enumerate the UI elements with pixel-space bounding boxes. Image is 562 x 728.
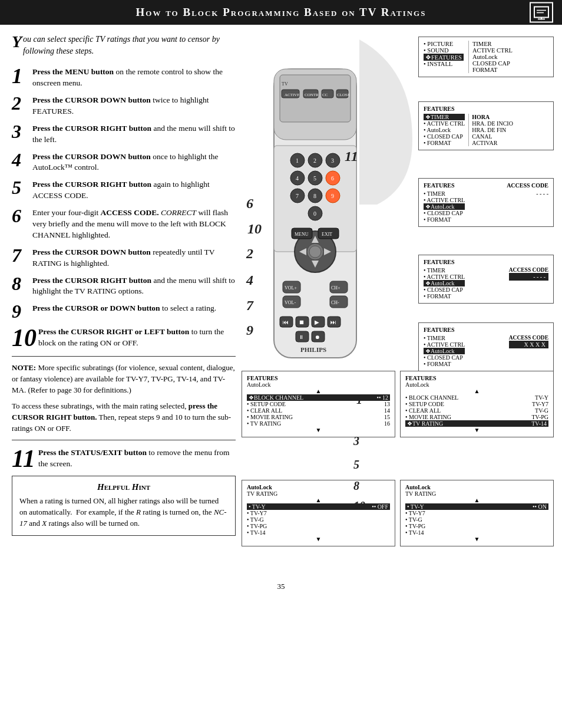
panel2-right-hora: HORA: [472, 114, 513, 120]
intro-initial: Y: [12, 34, 22, 50]
panel3-access-val: - - - -: [536, 190, 548, 197]
panel4-access-label: ACCESS CODE: [509, 267, 548, 273]
tvyon-title: AutoLock: [405, 484, 548, 490]
step-7: 7 Press the CURSOR DOWN button repeatedl…: [12, 246, 236, 269]
panel5-item3-highlighted: ❖AutoLock: [424, 348, 465, 354]
step-number-6: 6: [12, 206, 32, 225]
svg-text:8: 8: [313, 193, 316, 199]
panel4-right: ACCESS CODE - - - -: [509, 267, 548, 299]
svg-rect-7: [280, 75, 351, 122]
step-number-10: 10: [12, 325, 38, 350]
step-text-4: Press the CURSOR DOWN button once to hig…: [32, 150, 236, 174]
panel5-item1: • TIMER: [424, 335, 465, 341]
svg-text:CLOSE: CLOSE: [337, 93, 350, 97]
remote-graphic: TV ACTIVE CONTR CC CLOSE 1: [259, 63, 371, 372]
step-11: 11 Press the STATUS/EXIT button to remov…: [12, 446, 236, 471]
tvyoff-item2: • TV-Y7: [247, 510, 390, 516]
tvyon-item5: • TV-14: [405, 529, 548, 536]
step-text-1: Press the MENU button on the remote cont…: [32, 65, 236, 89]
svg-text:CONTR: CONTR: [305, 93, 319, 97]
bc-item1-highlighted: ❖BLOCK CHANNEL •• 12: [247, 394, 390, 401]
svg-text:▶: ▶: [315, 319, 319, 325]
svg-text:9: 9: [331, 193, 334, 199]
step-text-9: Press the CURSOR or DOWN button to selec…: [32, 302, 216, 314]
panel3-item5: • FORMAT: [424, 216, 465, 223]
panel4-item4: • CLOSED CAP: [424, 286, 465, 293]
step-overlay-4: 4: [246, 272, 253, 288]
step-overlay-5: 5: [353, 458, 359, 472]
tvr-item1-label: • BLOCK CHANNEL: [405, 394, 458, 401]
panel1-right4: CLOSED CAP: [472, 60, 513, 67]
svg-text:3: 3: [331, 157, 334, 164]
step-number-9: 9: [12, 302, 32, 321]
panel2-right1: HRA. DE INCIO: [472, 120, 513, 127]
tvyon-item2: • TV-Y7: [405, 510, 548, 516]
tvr-arrow-up: ▲: [405, 388, 548, 394]
tvr-item2-val: TV-Y7: [532, 401, 548, 407]
svg-text:CH-: CH-: [331, 300, 339, 305]
step-overlay-10b: 10: [353, 499, 365, 513]
tvr-subtitle: AutoLock: [405, 381, 548, 388]
divider-1: [12, 356, 236, 357]
panel5-access-label: ACCESS CODE: [509, 335, 548, 341]
step-overlay-2: 2: [246, 246, 253, 262]
panel3-item2: • ACTIVE CTRL: [424, 197, 465, 203]
panel-features-access3: FEATURES • TIMER • ACTIVE CTRL ❖AutoLock…: [418, 322, 554, 376]
tvyon-item1-highlighted: • TV-Y •• ON: [405, 503, 548, 510]
tvr-item1: • BLOCK CHANNEL TV-Y: [405, 394, 548, 401]
intro-body: ou can select specific TV ratings that y…: [23, 35, 220, 55]
step-number-11: 11: [12, 446, 38, 471]
left-column: You can select specific TV ratings that …: [12, 34, 236, 564]
svg-text:1: 1: [296, 157, 299, 164]
panel1-item3-highlighted: ❖FEATURES: [424, 54, 464, 61]
step-number-7: 7: [12, 246, 32, 265]
panel-3: FEATURES ACCESS CODE • TIMER • ACTIVE CT…: [418, 178, 554, 227]
bc-item2: • SETUP CODE 13: [247, 401, 390, 407]
panel2-item2: • ACTIVE CTRL: [424, 120, 465, 127]
step-overlay-6: 6: [246, 196, 253, 212]
panel3-access-label: ACCESS CODE: [507, 182, 548, 189]
tvyon-arrow-up: ▲: [405, 497, 548, 503]
bc-subtitle: AutoLock: [247, 381, 390, 388]
panel1-item2: • SOUND: [424, 47, 464, 54]
bc-item5-label: • TV RATING: [247, 420, 281, 427]
bc-arrow-down: ▼: [247, 427, 390, 433]
bc-item4: • MOVIE RATING 15: [247, 414, 390, 420]
panel1-item1: • PICTURE: [424, 41, 464, 47]
tvyoff-item5: • TV-14: [247, 529, 390, 536]
panel-2: FEATURES ❖TIMER • ACTIVE CTRL • AutoLock…: [418, 101, 554, 150]
tvyoff-item1-label: • TV-Y: [249, 503, 266, 510]
panel5-access-val: X X X X: [509, 341, 548, 348]
tvr-item4-label: • MOVIE RATING: [405, 414, 451, 420]
tvr-item5-label: ❖TV RATING: [407, 420, 443, 427]
tvr-item3-val: TV-G: [535, 407, 548, 414]
hint-text: When a rating is turned ON, all higher r…: [19, 496, 228, 529]
panel2-item4: • CLOSED CAP: [424, 133, 465, 140]
note-text-2: To access these subratings, with the mai…: [12, 401, 236, 434]
svg-text:CH+: CH+: [331, 285, 340, 291]
bc-item3: • CLEAR ALL 14: [247, 407, 390, 414]
panel5-right: ACCESS CODE X X X X: [509, 335, 548, 367]
page-number-text: 35: [277, 582, 285, 591]
svg-text:⏺: ⏺: [315, 334, 320, 340]
tvyon-item1-val: •• ON: [533, 503, 547, 510]
svg-text:PHILIPS: PHILIPS: [300, 346, 326, 353]
step-number-2: 2: [12, 94, 32, 113]
step-text-7: Press the CURSOR DOWN button repeatedly …: [32, 246, 236, 269]
tvyoff-arrow-down: ▼: [247, 536, 390, 542]
step-number-4: 4: [12, 150, 32, 169]
step-overlay-9: 9: [246, 322, 253, 338]
bottom-panels-row2: AutoLock TV RATING ▲ • TV-Y •• OFF • TV-…: [242, 480, 554, 546]
panel2-right3: CANAL: [472, 133, 513, 140]
panel5-item5: • FORMAT: [424, 361, 465, 367]
panel-features-access1: FEATURES ACCESS CODE • TIMER • ACTIVE CT…: [418, 178, 554, 232]
panel5-item4: • CLOSED CAP: [424, 354, 465, 361]
step-overlay-3: 3: [353, 434, 359, 448]
panel3-right: - - - -: [536, 190, 548, 223]
svg-text:VOL+: VOL+: [285, 285, 297, 291]
panel4-access-val: - - - -: [509, 273, 548, 281]
tvr-item1-val: TV-Y: [535, 394, 548, 401]
panel2-item5: • FORMAT: [424, 140, 465, 146]
svg-text:⏮: ⏮: [283, 319, 289, 325]
tvyoff-item1-val: •• OFF: [372, 503, 388, 510]
